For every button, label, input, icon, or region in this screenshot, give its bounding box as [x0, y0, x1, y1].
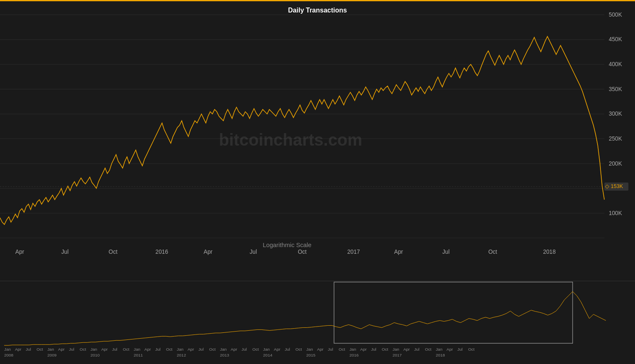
svg-text:Jan: Jan [47, 347, 54, 352]
svg-text:Jan: Jan [90, 347, 97, 352]
svg-text:Jan: Jan [306, 347, 313, 352]
svg-text:Jul: Jul [155, 347, 161, 352]
svg-text:2015: 2015 [306, 353, 316, 357]
svg-text:Apr: Apr [403, 347, 410, 352]
svg-text:2014: 2014 [263, 353, 273, 357]
svg-text:Apr: Apr [360, 347, 367, 352]
svg-text:◇ 153K: ◇ 153K [605, 183, 623, 189]
svg-text:Jul: Jul [442, 248, 449, 255]
svg-text:Jul: Jul [242, 347, 247, 352]
svg-text:Apr: Apr [187, 347, 194, 352]
svg-text:Apr: Apr [317, 347, 324, 352]
svg-text:bitcoincharts.com: bitcoincharts.com [219, 130, 362, 149]
svg-text:Jul: Jul [285, 347, 290, 352]
svg-text:Logarithmic Scale: Logarithmic Scale [263, 241, 311, 248]
svg-text:Oct: Oct [296, 347, 302, 352]
svg-text:2009: 2009 [47, 353, 57, 357]
svg-text:Jul: Jul [371, 347, 376, 352]
svg-text:Oct: Oct [109, 248, 117, 255]
svg-text:Jan: Jan [349, 347, 356, 352]
svg-text:200K: 200K [609, 160, 623, 166]
svg-text:2010: 2010 [90, 353, 100, 357]
svg-text:2018: 2018 [436, 353, 445, 357]
svg-text:2018: 2018 [543, 248, 556, 255]
svg-text:Jan: Jan [177, 347, 184, 352]
main-chart-svg: 500K 450K 400K 350K 300K 250K 200K 150K … [0, 1, 635, 281]
svg-text:Jul: Jul [198, 347, 204, 352]
svg-text:350K: 350K [609, 85, 623, 92]
svg-text:Apr: Apr [144, 347, 151, 352]
svg-text:Jan: Jan [4, 347, 11, 352]
bottom-chart-svg: Jan Apr Jul Oct 2008 Jan Apr Jul Oct 200… [4, 281, 606, 364]
bottom-chart-area: Jan Apr Jul Oct 2008 Jan Apr Jul Oct 200… [0, 281, 635, 364]
svg-text:Jul: Jul [61, 248, 68, 255]
svg-rect-36 [4, 281, 606, 352]
svg-text:Apr: Apr [15, 248, 25, 255]
svg-text:Oct: Oct [425, 347, 432, 352]
svg-text:Jul: Jul [414, 347, 420, 352]
svg-text:Jul: Jul [249, 248, 256, 255]
svg-text:Oct: Oct [339, 347, 345, 352]
svg-text:Oct: Oct [252, 347, 259, 352]
svg-text:Apr: Apr [101, 347, 108, 352]
svg-text:Apr: Apr [394, 248, 403, 255]
main-chart-area: Daily Transactions 500K 450K 400K 350K 3… [0, 1, 635, 281]
svg-text:Jan: Jan [436, 347, 442, 352]
svg-text:2017: 2017 [393, 353, 402, 357]
svg-text:Jul: Jul [112, 347, 117, 352]
svg-text:450K: 450K [609, 36, 623, 42]
svg-text:400K: 400K [609, 61, 623, 67]
svg-text:Oct: Oct [123, 347, 129, 352]
chart-container: Daily Transactions 500K 450K 400K 350K 3… [0, 0, 635, 364]
svg-text:2016: 2016 [349, 353, 359, 357]
svg-text:Jul: Jul [26, 347, 31, 352]
svg-text:Oct: Oct [468, 347, 475, 352]
svg-text:2011: 2011 [134, 353, 143, 357]
svg-text:2008: 2008 [4, 353, 14, 357]
svg-text:Oct: Oct [209, 347, 216, 352]
svg-text:Jul: Jul [457, 347, 463, 352]
svg-text:2012: 2012 [177, 353, 187, 357]
svg-text:Apr: Apr [231, 347, 237, 352]
svg-text:Oct: Oct [166, 347, 173, 352]
svg-text:Apr: Apr [274, 347, 281, 352]
svg-text:2013: 2013 [220, 353, 229, 357]
svg-text:Apr: Apr [58, 347, 65, 352]
svg-text:100K: 100K [609, 210, 623, 216]
svg-text:Apr: Apr [15, 347, 22, 352]
svg-text:Oct: Oct [298, 248, 306, 255]
svg-text:Jul: Jul [69, 347, 74, 352]
svg-text:Oct: Oct [382, 347, 388, 352]
svg-text:Jan: Jan [134, 347, 140, 352]
svg-text:Jul: Jul [328, 347, 333, 352]
svg-text:2016: 2016 [155, 248, 168, 255]
svg-text:Jan: Jan [393, 347, 399, 352]
svg-text:2017: 2017 [347, 248, 360, 255]
svg-text:Oct: Oct [37, 347, 43, 352]
svg-text:250K: 250K [609, 135, 623, 142]
svg-text:500K: 500K [609, 11, 623, 18]
svg-text:Oct: Oct [80, 347, 86, 352]
svg-text:Apr: Apr [446, 347, 453, 352]
svg-text:Jan: Jan [263, 347, 270, 352]
svg-text:Jan: Jan [220, 347, 227, 352]
svg-text:300K: 300K [609, 110, 623, 117]
svg-text:Oct: Oct [488, 248, 497, 255]
svg-text:Apr: Apr [204, 248, 213, 255]
